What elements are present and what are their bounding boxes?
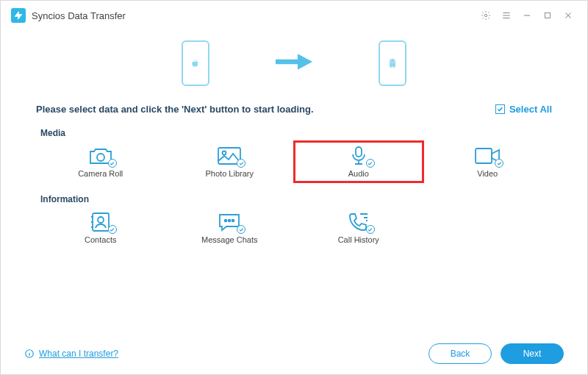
app-title: Syncios Data Transfer <box>32 10 126 21</box>
svg-rect-1 <box>545 13 551 18</box>
section-information: Information Contacts Message Chats Call … <box>1 182 587 249</box>
item-photo-library[interactable]: Photo Library <box>165 141 295 182</box>
svg-point-8 <box>98 217 104 223</box>
instruction-text: Please select data and click the 'Next' … <box>36 104 495 115</box>
apple-icon <box>190 57 201 69</box>
svg-point-0 <box>484 14 487 17</box>
check-icon <box>366 159 375 168</box>
check-icon <box>108 225 117 234</box>
item-video[interactable]: Video <box>423 141 553 182</box>
close-button[interactable] <box>559 7 577 24</box>
instruction-row: Please select data and click the 'Next' … <box>1 96 587 116</box>
help-link[interactable]: What can I transfer? <box>24 349 118 359</box>
svg-point-9 <box>225 220 227 222</box>
item-label: Photo Library <box>206 169 254 178</box>
menu-button[interactable] <box>498 7 515 24</box>
close-icon <box>563 10 573 21</box>
svg-point-4 <box>223 151 226 155</box>
arrow-icon <box>276 52 312 74</box>
app-logo-icon <box>11 8 26 23</box>
next-button[interactable]: Next <box>501 343 564 364</box>
item-label: Video <box>477 169 498 178</box>
svg-rect-6 <box>476 149 492 163</box>
item-label: Camera Roll <box>78 169 123 178</box>
item-message-chats[interactable]: Message Chats <box>165 207 295 249</box>
footer: What can I transfer? Back Next <box>1 333 587 374</box>
item-audio[interactable]: Audio <box>294 141 423 182</box>
svg-point-11 <box>232 220 234 222</box>
item-label: Call History <box>338 235 379 244</box>
gear-icon <box>481 10 491 21</box>
title-bar: Syncios Data Transfer <box>1 1 587 30</box>
item-label: Audio <box>348 169 369 178</box>
svg-rect-5 <box>356 147 362 157</box>
check-icon <box>495 159 503 168</box>
item-contacts[interactable]: Contacts <box>36 207 165 249</box>
select-all-label: Select All <box>509 104 552 115</box>
settings-button[interactable] <box>477 7 495 24</box>
source-device <box>182 40 209 86</box>
svg-point-2 <box>97 154 104 161</box>
section-title-information: Information <box>40 194 552 204</box>
section-media: Media Camera Roll Photo Library Audio <box>1 116 587 182</box>
maximize-icon <box>542 10 553 21</box>
back-button[interactable]: Back <box>429 343 492 364</box>
menu-icon <box>501 10 512 21</box>
transfer-diagram <box>1 30 587 96</box>
minimize-button[interactable] <box>518 7 536 24</box>
item-camera-roll[interactable]: Camera Roll <box>36 141 165 182</box>
item-label: Message Chats <box>201 235 257 244</box>
help-label: What can I transfer? <box>39 349 118 359</box>
check-icon <box>366 225 375 234</box>
info-icon <box>24 349 35 359</box>
svg-point-10 <box>229 220 231 222</box>
section-title-media: Media <box>40 128 552 138</box>
check-icon <box>237 225 245 234</box>
check-icon <box>108 159 117 168</box>
check-icon <box>237 159 245 168</box>
maximize-button[interactable] <box>539 7 556 24</box>
android-icon <box>387 57 398 69</box>
select-all-toggle[interactable]: Select All <box>495 104 552 115</box>
target-device <box>379 40 406 86</box>
minimize-icon <box>522 10 532 21</box>
checkbox-icon <box>495 104 505 114</box>
item-label: Contacts <box>85 235 116 244</box>
svg-rect-7 <box>93 213 109 231</box>
item-call-history[interactable]: Call History <box>294 207 423 249</box>
